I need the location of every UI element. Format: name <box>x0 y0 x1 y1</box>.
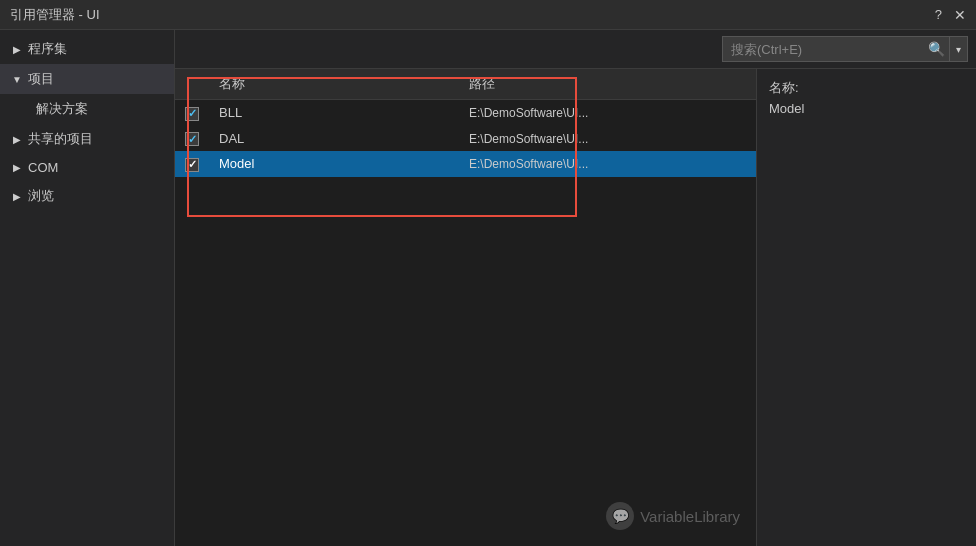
sidebar-label-browse: 浏览 <box>28 187 54 205</box>
col-header-checkbox <box>175 69 209 100</box>
sidebar-item-solution[interactable]: 解决方案 <box>0 94 174 124</box>
row-checkbox-bll[interactable] <box>175 100 209 126</box>
sidebar-label-project: 项目 <box>28 70 54 88</box>
sidebar-label-assemblies: 程序集 <box>28 40 67 58</box>
search-button[interactable]: 🔍 <box>923 37 949 61</box>
arrow-icon-project: ▼ <box>10 74 24 85</box>
sidebar-item-shared[interactable]: ▶ 共享的项目 <box>0 124 174 154</box>
checkbox-icon-dal <box>185 132 199 146</box>
watermark: 💬 VariableLibrary <box>606 502 740 530</box>
window-title: 引用管理器 - UI <box>10 6 100 24</box>
col-header-name: 名称 <box>209 69 459 100</box>
help-button[interactable]: ? <box>935 7 942 22</box>
row-name-dal: DAL <box>209 126 459 152</box>
title-bar: 引用管理器 - UI ? ✕ <box>0 0 976 30</box>
checkbox-icon-model <box>185 158 199 172</box>
row-path-dal: E:\DemoSoftware\UI... <box>459 126 756 152</box>
watermark-icon: 💬 <box>606 502 634 530</box>
table-row[interactable]: DAL E:\DemoSoftware\UI... <box>175 126 756 152</box>
sidebar-item-project[interactable]: ▼ 项目 <box>0 64 174 94</box>
close-button[interactable]: ✕ <box>954 7 966 23</box>
col-header-path: 路径 <box>459 69 756 100</box>
arrow-icon-shared: ▶ <box>10 134 24 145</box>
prop-name-value: Model <box>769 101 964 116</box>
title-bar-left: 引用管理器 - UI <box>10 6 100 24</box>
title-bar-controls: ? ✕ <box>935 7 966 23</box>
sidebar-label-shared: 共享的项目 <box>28 130 93 148</box>
watermark-text: VariableLibrary <box>640 508 740 525</box>
row-checkbox-dal[interactable] <box>175 126 209 152</box>
sidebar-item-browse[interactable]: ▶ 浏览 <box>0 181 174 211</box>
top-bar: 🔍 ▾ <box>175 30 976 69</box>
main-layout: ▶ 程序集 ▼ 项目 解决方案 ▶ 共享的项目 ▶ COM ▶ 浏览 🔍 <box>0 30 976 546</box>
search-container: 🔍 ▾ <box>722 36 968 62</box>
content-area: 🔍 ▾ 名称 路径 <box>175 30 976 546</box>
row-checkbox-model[interactable] <box>175 151 209 177</box>
reference-table: 名称 路径 BLL E:\DemoSoftware\UI... <box>175 69 756 177</box>
table-row[interactable]: BLL E:\DemoSoftware\UI... <box>175 100 756 126</box>
sidebar-label-com: COM <box>28 160 58 175</box>
sidebar-item-assemblies[interactable]: ▶ 程序集 <box>0 34 174 64</box>
properties-panel: 名称: Model <box>756 69 976 546</box>
checkbox-icon-bll <box>185 107 199 121</box>
row-path-bll: E:\DemoSoftware\UI... <box>459 100 756 126</box>
content-split: 名称 路径 BLL E:\DemoSoftware\UI... <box>175 69 976 546</box>
row-name-model: Model <box>209 151 459 177</box>
arrow-icon-com: ▶ <box>10 162 24 173</box>
arrow-icon-browse: ▶ <box>10 191 24 202</box>
search-dropdown-button[interactable]: ▾ <box>949 37 967 61</box>
table-row[interactable]: Model E:\DemoSoftware\UI... <box>175 151 756 177</box>
search-input[interactable] <box>723 42 923 57</box>
row-path-model: E:\DemoSoftware\UI... <box>459 151 756 177</box>
arrow-icon-assemblies: ▶ <box>10 44 24 55</box>
prop-name-label: 名称: <box>769 79 964 97</box>
row-name-bll: BLL <box>209 100 459 126</box>
reference-table-area: 名称 路径 BLL E:\DemoSoftware\UI... <box>175 69 756 546</box>
sidebar: ▶ 程序集 ▼ 项目 解决方案 ▶ 共享的项目 ▶ COM ▶ 浏览 <box>0 30 175 546</box>
sidebar-label-solution: 解决方案 <box>36 100 88 118</box>
sidebar-item-com[interactable]: ▶ COM <box>0 154 174 181</box>
